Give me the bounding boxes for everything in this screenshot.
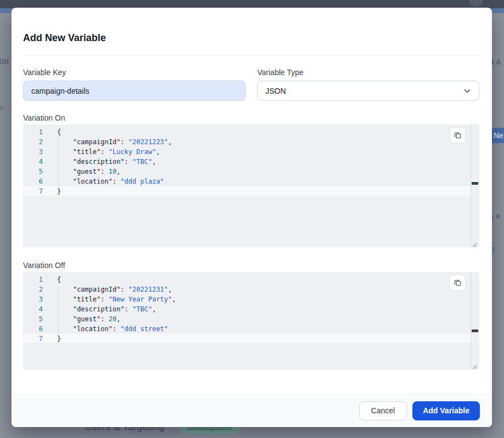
line-number: 5 — [23, 167, 43, 177]
code-line: "guest": 10, — [57, 167, 468, 177]
code-token-str: "New Year Party" — [109, 295, 172, 303]
code-token-str: "TBC" — [132, 305, 152, 313]
code-token-num: 10 — [109, 168, 116, 175]
cancel-button[interactable]: Cancel — [359, 401, 407, 420]
line-number: 1 — [23, 127, 43, 137]
code-token-punc: : — [121, 138, 128, 146]
code-token-punc: } — [57, 335, 61, 343]
modal-footer: Cancel Add Variable — [12, 394, 492, 427]
code-line: "title": "New Year Party", — [57, 294, 468, 304]
code-token-key: "campaignId" — [73, 286, 121, 293]
variation-off-label: Variation Off — [23, 261, 65, 270]
divider — [23, 55, 479, 56]
scrollbar-track — [471, 272, 471, 369]
code-token-str: "Lucky Draw" — [109, 148, 156, 156]
copy-icon — [454, 131, 462, 139]
code-token-key: "title" — [73, 295, 101, 303]
line-number: 2 — [23, 285, 43, 294]
code-content: { "campaignId": "20221223", "title": "Lu… — [57, 127, 468, 196]
code-token-punc: : — [124, 305, 132, 313]
code-token-punc: : — [100, 168, 108, 175]
code-token-punc: { — [57, 276, 61, 283]
background-text-fragment: tai — [0, 56, 9, 67]
code-token-punc — [57, 305, 73, 313]
line-number: 7 — [23, 186, 43, 196]
code-token-str: "20221223" — [128, 138, 168, 146]
code-line: { — [57, 127, 468, 137]
code-line: "description": "TBC", — [57, 157, 468, 167]
add-variable-modal: Add New Variable Variable Key Variable T… — [12, 8, 492, 427]
copy-icon — [454, 278, 462, 287]
variable-type-select[interactable]: JSON — [257, 81, 479, 101]
line-number: 4 — [23, 304, 43, 314]
code-token-str: "ddd plaza" — [121, 178, 164, 185]
resize-handle-icon[interactable] — [471, 240, 477, 246]
variation-on-editor[interactable]: 1234567 { "campaignId": "20221223", "tit… — [23, 124, 479, 247]
code-token-punc: : — [112, 178, 120, 185]
code-line: "location": "ddd plaza" — [57, 177, 468, 186]
code-token-punc — [57, 286, 73, 293]
code-token-key: "guest" — [73, 315, 101, 323]
code-token-punc: , — [116, 315, 120, 323]
variable-key-input[interactable] — [23, 81, 246, 101]
code-token-key: "guest" — [73, 168, 101, 175]
copy-button[interactable] — [450, 127, 466, 143]
code-token-str: "TBC" — [132, 158, 152, 166]
line-number: 4 — [23, 157, 43, 167]
line-number: 3 — [23, 294, 43, 304]
code-token-punc: , — [168, 286, 172, 293]
code-token-punc — [57, 295, 73, 303]
code-token-num: 20 — [109, 315, 116, 323]
code-token-str: "ddd street" — [121, 325, 168, 333]
code-token-punc: , — [168, 138, 172, 146]
resize-handle-icon[interactable] — [471, 362, 477, 368]
variation-off-editor[interactable]: 1234567 { "campaignId": "20221231", "tit… — [23, 272, 479, 369]
copy-button[interactable] — [450, 275, 466, 291]
code-token-punc: } — [57, 187, 61, 195]
code-token-punc: , — [156, 148, 160, 156]
line-number: 3 — [23, 147, 43, 157]
line-number: 6 — [23, 324, 43, 334]
line-number: 1 — [23, 275, 43, 285]
code-line: { — [57, 275, 468, 285]
scrollbar-thumb[interactable] — [472, 182, 478, 185]
code-token-punc: : — [121, 286, 128, 293]
chevron-down-icon — [463, 87, 471, 95]
modal-title: Add New Variable — [23, 32, 106, 44]
add-variable-button[interactable]: Add Variable — [412, 401, 480, 420]
code-token-punc: { — [57, 128, 61, 136]
code-token-key: "location" — [73, 325, 112, 333]
code-token-punc: , — [152, 158, 156, 166]
code-line: } — [57, 334, 468, 344]
code-token-key: "description" — [73, 158, 124, 166]
code-token-punc — [57, 158, 73, 166]
code-token-punc — [57, 325, 73, 333]
variable-key-label: Variable Key — [23, 68, 66, 77]
line-number: 2 — [23, 137, 43, 147]
line-number-gutter: 1234567 — [23, 127, 43, 196]
line-number-gutter: 1234567 — [23, 275, 43, 344]
code-token-punc: , — [116, 168, 120, 175]
code-token-punc — [57, 178, 73, 185]
code-line: "campaignId": "20221223", — [57, 137, 468, 147]
code-line: } — [57, 186, 468, 196]
code-token-key: "title" — [73, 148, 101, 156]
scrollbar-thumb[interactable] — [472, 329, 478, 332]
variation-on-label: Variation On — [23, 113, 65, 122]
code-token-punc: : — [112, 325, 120, 333]
code-token-punc: : — [124, 158, 132, 166]
screen: tai E 4 A Ne s a ee Users & Targeting De… — [0, 0, 504, 438]
line-number: 5 — [23, 314, 43, 324]
code-token-str: "20221231" — [128, 286, 168, 293]
code-line: "guest": 20, — [57, 314, 468, 324]
code-token-punc: , — [152, 305, 156, 313]
code-token-key: "campaignId" — [73, 138, 121, 146]
code-token-punc: : — [100, 148, 108, 156]
code-token-punc — [57, 148, 73, 156]
line-number: 6 — [23, 177, 43, 186]
code-token-punc: : — [100, 295, 108, 303]
code-line: "title": "Lucky Draw", — [57, 147, 468, 157]
code-token-key: "location" — [73, 178, 112, 185]
code-token-punc — [57, 138, 73, 146]
code-token-punc — [57, 315, 73, 323]
